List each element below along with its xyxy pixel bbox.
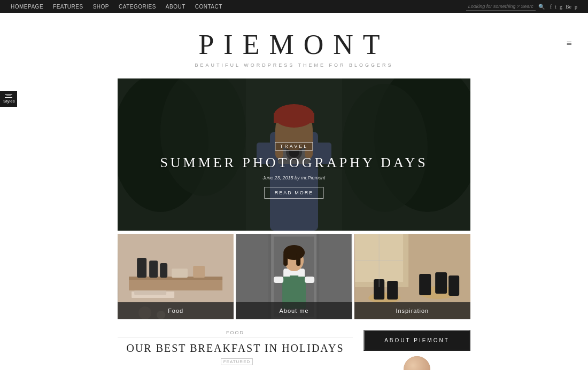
nav-categories[interactable]: CATEGORIES — [119, 4, 156, 10]
top-navigation: HOMEPAGE FEATURES SHOP CATEGORIES ABOUT … — [0, 0, 588, 13]
site-header: PIEMONT BEAUTIFUL WORDPRESS THEME FOR BL… — [0, 13, 588, 73]
svg-rect-23 — [193, 266, 205, 278]
search-bar[interactable]: 🔍 — [466, 3, 545, 11]
svg-rect-39 — [296, 253, 300, 266]
hamburger-menu[interactable]: ≡ — [567, 37, 572, 49]
main-content: FOOD OUR BEST BREAKFAST IN HOLIDAYS feat… — [118, 330, 353, 370]
content-area: FOOD OUR BEST BREAKFAST IN HOLIDAYS feat… — [118, 330, 470, 370]
svg-rect-20 — [137, 258, 146, 278]
hero-section: TRAVEL SUMMER PHOTOGRAPHY DAYS June 23, … — [118, 78, 470, 231]
svg-rect-35 — [290, 275, 298, 280]
svg-rect-49 — [419, 274, 431, 295]
hero-meta: June 23, 2015 by mr.Piemont — [160, 175, 428, 180]
hero-tag: TRAVEL — [275, 142, 313, 151]
svg-rect-21 — [149, 261, 158, 278]
svg-rect-26 — [134, 290, 166, 295]
svg-rect-19 — [129, 280, 222, 290]
site-title: PIEMONT — [11, 29, 577, 60]
svg-rect-53 — [387, 281, 398, 300]
hero-background: TRAVEL SUMMER PHOTOGRAPHY DAYS June 23, … — [118, 78, 470, 231]
nav-shop[interactable]: SHOP — [93, 4, 109, 10]
svg-rect-38 — [283, 253, 288, 266]
svg-rect-24 — [172, 269, 188, 278]
line-icon — [6, 96, 11, 96]
thumb-inspiration[interactable]: Inspiration — [354, 234, 470, 319]
twitter-icon[interactable]: t — [555, 4, 556, 10]
sidebar: ABOUT PIEMONT — [363, 330, 470, 370]
facebook-icon[interactable]: f — [550, 4, 552, 10]
nav-right: 🔍 f t g Be p — [466, 3, 577, 11]
about-piemont-button[interactable]: ABOUT PIEMONT — [363, 330, 470, 351]
read-more-button[interactable]: READ MORE — [265, 187, 324, 199]
svg-rect-22 — [160, 263, 167, 278]
thumb-food[interactable]: Food — [118, 234, 234, 319]
post-category[interactable]: FOOD — [118, 330, 353, 338]
thumb-inspiration-label: Inspiration — [354, 302, 470, 319]
googleplus-icon[interactable]: g — [560, 4, 562, 10]
nav-about[interactable]: ABOUT — [166, 4, 185, 10]
featured-badge: featured — [221, 358, 253, 365]
behance-icon[interactable]: Be — [566, 4, 571, 10]
nav-features[interactable]: FEATURES — [53, 4, 83, 10]
post-title: OUR BEST BREAKFAST IN HOLIDAYS featured — [118, 342, 353, 367]
nav-contact[interactable]: CONTACT — [195, 4, 222, 10]
pinterest-icon[interactable]: p — [575, 4, 577, 10]
styles-button[interactable]: Styles — [0, 91, 17, 107]
line-icon — [5, 94, 12, 95]
svg-rect-40 — [274, 277, 283, 283]
svg-rect-50 — [435, 272, 447, 294]
avatar-image — [404, 356, 430, 370]
thumb-about[interactable]: About me — [236, 234, 352, 319]
hero-content: TRAVEL SUMMER PHOTOGRAPHY DAYS June 23, … — [160, 140, 428, 199]
site-subtitle: BEAUTIFUL WORDPRESS THEME FOR BLOGGERS — [11, 62, 577, 68]
social-icons: f t g Be p — [550, 4, 577, 10]
search-input[interactable] — [466, 3, 536, 11]
thumb-about-label: About me — [236, 302, 352, 319]
svg-rect-51 — [448, 275, 459, 296]
styles-label: Styles — [3, 99, 15, 104]
nav-homepage[interactable]: HOMEPAGE — [11, 4, 43, 10]
thumb-food-label: Food — [118, 302, 234, 319]
nav-links: HOMEPAGE FEATURES SHOP CATEGORIES ABOUT … — [11, 4, 222, 10]
avatar — [404, 356, 430, 370]
search-icon[interactable]: 🔍 — [538, 4, 545, 10]
thumbnails-row: Food — [118, 234, 470, 319]
hero-title: SUMMER PHOTOGRAPHY DAYS — [160, 155, 428, 171]
line-icon — [5, 97, 12, 98]
svg-rect-41 — [305, 277, 314, 283]
